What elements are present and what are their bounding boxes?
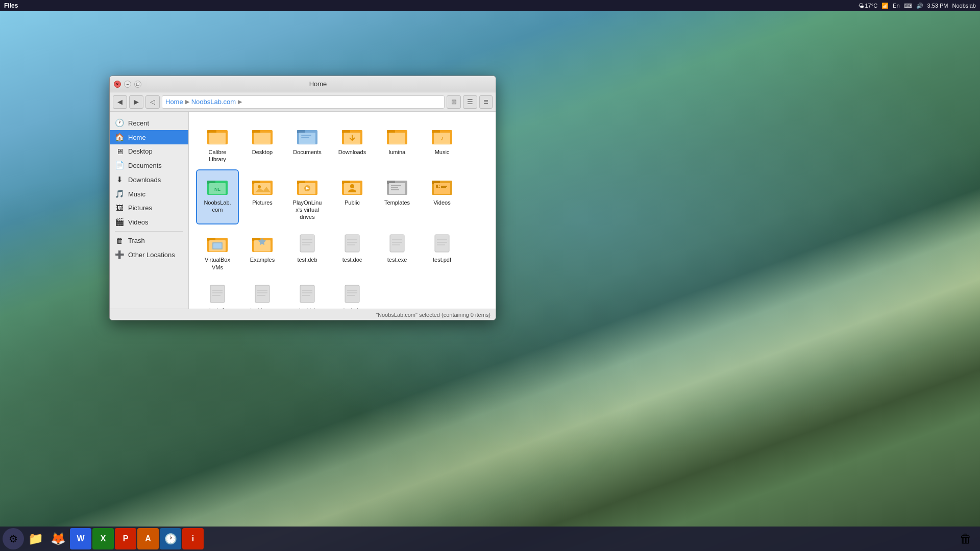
taskbar-info-button[interactable]: i (182, 528, 204, 549)
file-item-test-tar-gz[interactable]: test.tar.gz (242, 278, 283, 309)
forward-button[interactable]: ▶ (129, 95, 143, 109)
file-label: test.pdf (433, 256, 451, 263)
file-item-test-txt[interactable]: test.txt (287, 278, 328, 309)
file-item-test-exe[interactable]: test.exe (377, 228, 418, 274)
taskbar-calc-button[interactable]: X (92, 528, 114, 549)
file-item-noobslab[interactable]: NL NoobsLab.com (197, 170, 238, 224)
file-label: VirtualBoxVMs (205, 256, 230, 271)
view-icon-button[interactable]: ⊞ (447, 95, 461, 109)
file-item-documents[interactable]: Documents (287, 120, 328, 166)
sidebar-item-downloads[interactable]: ⬇ Downloads (110, 172, 188, 187)
view-list-button[interactable]: ☰ (463, 95, 477, 109)
file-item-test-doc[interactable]: test.doc (332, 228, 373, 274)
file-item-public[interactable]: Public (332, 170, 373, 224)
taskbar-extras-button[interactable]: A (137, 528, 159, 549)
sidebar-item-music[interactable]: 🎵 Music (110, 187, 188, 201)
sidebar-item-label: Music (128, 190, 145, 198)
breadcrumb-sub[interactable]: NoobsLab.com (191, 98, 236, 106)
svg-rect-9 (301, 135, 311, 136)
back-button[interactable]: ◀ (113, 95, 127, 109)
file-item-playonlinux[interactable]: PlayOnLinux's virtualdrives (287, 170, 328, 224)
taskbar-bottom: ⚙ 📁 🦊 W X P A 🕐 i 🗑 (0, 527, 980, 551)
file-item-calibre-library[interactable]: CalibreLibrary (197, 120, 238, 166)
sidebar-item-label: Desktop (128, 147, 153, 155)
file-label: Documents (293, 148, 322, 156)
recent-icon: 🕐 (115, 118, 124, 128)
videos-folder-icon (430, 173, 454, 198)
user-indicator: Noobslab (952, 3, 976, 9)
sidebar-item-other-locations[interactable]: ➕ Other Locations (110, 247, 188, 262)
home-icon: 🏠 (115, 133, 124, 142)
taskbar-settings-button[interactable]: ⚙ (3, 528, 24, 549)
test-tar-gz-icon (250, 281, 275, 306)
minimize-button[interactable]: − (124, 81, 131, 88)
file-label: Desktop (252, 148, 273, 156)
file-item-music[interactable]: ♪ Music (422, 120, 462, 166)
test-txt-icon (295, 281, 320, 306)
language-indicator: En (893, 3, 899, 9)
file-item-virtualbox-vms[interactable]: VirtualBoxVMs (197, 228, 238, 274)
breadcrumb-home[interactable]: Home (165, 98, 183, 106)
file-label: Videos (433, 199, 450, 206)
taskbar-trash-button[interactable]: 🗑 (955, 528, 976, 549)
nav-left[interactable]: ◁ (145, 95, 160, 109)
noobslab-folder-icon: NL (205, 173, 230, 198)
file-label: test.deb (297, 256, 317, 263)
taskbar-files-button[interactable]: 📁 (25, 528, 46, 549)
svg-rect-59 (300, 235, 314, 252)
file-item-test-zip[interactable]: test.zip (332, 278, 373, 309)
sidebar-item-videos[interactable]: 🎬 Videos (110, 215, 188, 229)
taskbar-clock-button[interactable]: 🕐 (160, 528, 181, 549)
file-item-desktop[interactable]: Desktop (242, 120, 283, 166)
menu-button[interactable]: ≡ (479, 95, 493, 109)
sidebar-item-label: Videos (128, 218, 149, 226)
svg-rect-83 (300, 285, 314, 303)
sidebar-item-desktop[interactable]: 🖥 Desktop (110, 144, 188, 158)
test-zip-icon (340, 281, 364, 306)
taskbar-top: Files 🌤 17°C 📶 En ⌨ 🔊 3:53 PM Noobslab (0, 0, 980, 11)
window-title: Home (144, 80, 492, 88)
svg-rect-79 (255, 285, 270, 303)
sidebar-item-label: Recent (128, 119, 149, 127)
files-area[interactable]: CalibreLibrary Desktop Documents Downloa… (189, 112, 496, 309)
file-label: Examples (250, 256, 275, 263)
svg-rect-16 (389, 133, 405, 144)
file-label: Pictures (252, 199, 273, 206)
other-locations-icon: ➕ (115, 250, 124, 259)
file-item-lumina[interactable]: lumina (377, 120, 418, 166)
taskbar-firefox-button[interactable]: 🦊 (47, 528, 69, 549)
file-item-pictures[interactable]: Pictures (242, 170, 283, 224)
file-item-test-deb[interactable]: test.deb (287, 228, 328, 274)
sidebar-item-label: Documents (128, 162, 162, 169)
breadcrumb: Home ▶ NoobsLab.com ▶ (162, 95, 445, 109)
taskbar-writer-button[interactable]: W (70, 528, 91, 549)
svg-rect-71 (435, 235, 449, 252)
status-text: "NoobsLab.com" selected (containing 0 it… (376, 312, 491, 318)
test-sh-icon (205, 281, 230, 306)
svg-rect-8 (299, 133, 315, 144)
sidebar-item-recent[interactable]: 🕐 Recent (110, 116, 188, 130)
sidebar-item-pictures[interactable]: 🖼 Pictures (110, 201, 188, 215)
file-item-templates[interactable]: Templates (377, 170, 418, 224)
taskbar-impress-button[interactable]: P (115, 528, 136, 549)
file-item-test-pdf[interactable]: test.pdf (422, 228, 462, 274)
file-item-test-sh[interactable]: test.sh (197, 278, 238, 309)
file-item-downloads[interactable]: Downloads (332, 120, 373, 166)
documents-folder-icon (295, 123, 320, 147)
volume-icon: 🔊 (916, 3, 923, 9)
trash-icon: 🗑 (115, 236, 124, 245)
videos-icon: 🎬 (115, 217, 124, 227)
svg-rect-39 (389, 183, 405, 194)
sidebar-item-home[interactable]: 🏠 Home (110, 130, 188, 144)
sidebar-item-trash[interactable]: 🗑 Trash (110, 234, 188, 247)
close-button[interactable]: × (114, 81, 121, 88)
music-folder-icon: ♪ (430, 123, 454, 147)
maximize-button[interactable]: □ (134, 81, 141, 88)
svg-rect-2 (209, 133, 226, 144)
file-item-videos[interactable]: Videos (422, 170, 462, 224)
svg-text:NL: NL (214, 187, 220, 192)
test-exe-icon (385, 231, 409, 255)
sidebar-item-documents[interactable]: 📄 Documents (110, 158, 188, 172)
file-item-examples[interactable]: Examples (242, 228, 283, 274)
weather-indicator: 🌤 17°C (859, 3, 878, 9)
